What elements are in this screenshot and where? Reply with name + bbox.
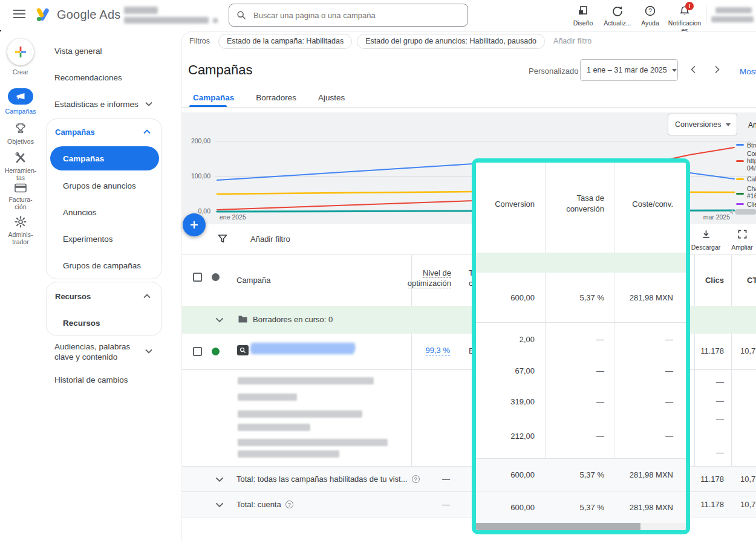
- tab-ajustes[interactable]: Ajustes: [318, 93, 345, 102]
- overlay-sub2-tasa: —: [550, 366, 604, 375]
- redacted-campaign-name[interactable]: [251, 343, 355, 351]
- total-account-opt: —: [385, 500, 450, 509]
- chevron-down-icon[interactable]: [145, 102, 152, 106]
- tools-icon[interactable]: [14, 151, 27, 164]
- plus-icon: [14, 45, 27, 59]
- overlay-hscrollbar-thumb[interactable]: [476, 523, 640, 530]
- overlay-col-conversion[interactable]: Conversion: [481, 196, 535, 211]
- legend-label-4b: #16: [747, 192, 756, 199]
- action-actualizar[interactable]: Actualiz...: [601, 4, 634, 30]
- legend-scroll-arrow-icon[interactable]: [729, 210, 733, 215]
- dragged-columns-overlay[interactable]: Conversion Tasa de conversión Coste/conv…: [472, 158, 690, 534]
- global-search[interactable]: [229, 4, 468, 27]
- legend-swatch-2: [736, 160, 744, 162]
- prev-period-button[interactable]: [689, 65, 699, 74]
- overlay-col-tasa[interactable]: Tasa de conversión: [550, 193, 604, 215]
- overlay-drafts-band: [476, 253, 686, 273]
- add-filter-link[interactable]: Añadir filtro: [553, 37, 591, 45]
- legend-scrollbar[interactable]: [735, 209, 756, 215]
- expand-button[interactable]: Ampliar: [725, 229, 756, 251]
- overlay-hscrollbar-track[interactable]: [476, 523, 686, 530]
- metric-selector[interactable]: Conversiones: [668, 114, 737, 135]
- chevron-down-icon[interactable]: [215, 317, 224, 323]
- nav-item-recomendaciones[interactable]: Recomendaciones: [54, 71, 122, 83]
- redacted-account-dot: [213, 18, 218, 23]
- show-link[interactable]: Mostrar: [740, 67, 756, 76]
- nav-section-campanas[interactable]: Campañas: [55, 126, 95, 138]
- overlay-sub4-conversion: 212,00: [481, 432, 535, 441]
- campaign-ctr: 10,77: [740, 346, 756, 355]
- legend-label-4a: Cha: [747, 185, 756, 192]
- legend-swatch-3: [736, 178, 744, 180]
- col-campaign[interactable]: Campaña: [236, 276, 270, 285]
- page-title: Campañas: [188, 62, 252, 78]
- search-campaign-badge-icon: [237, 345, 249, 355]
- opt-level-value[interactable]: 99,3 %: [385, 346, 450, 355]
- total-account-label: Total: cuenta?: [236, 500, 293, 509]
- redacted-conv-action-5b: [238, 450, 339, 458]
- chevron-down-icon[interactable]: [145, 349, 152, 354]
- download-button[interactable]: Descargar: [689, 229, 723, 251]
- chevron-down-icon[interactable]: [215, 477, 224, 482]
- chevron-down-icon[interactable]: [215, 502, 224, 508]
- nav-item-audiencias[interactable]: Audiencias, palabras clave y contenido: [54, 342, 150, 362]
- chevron-up-icon[interactable]: [143, 294, 151, 299]
- rail-label-objetivos: Objetivos: [0, 138, 41, 145]
- col-ctr[interactable]: CT: [747, 276, 756, 285]
- select-all-checkbox[interactable]: [193, 273, 202, 282]
- chevron-up-icon[interactable]: [143, 129, 151, 134]
- drafts-row-label: Borradores en curso: 0: [253, 315, 333, 324]
- nav-item-campanas-active[interactable]: Campañas: [50, 146, 159, 170]
- redacted-conv-action-5a: [238, 439, 388, 446]
- date-range-selector[interactable]: 1 ene – 31 mar de 2025: [580, 59, 678, 81]
- overlay-sub1-conversion: 2,00: [481, 335, 535, 344]
- filter-chip-adgroup-state[interactable]: Estado del grupo de anuncios: Habilitado…: [357, 34, 545, 49]
- action-diseno[interactable]: Diseño: [567, 4, 599, 30]
- help-icon[interactable]: ?: [285, 501, 293, 508]
- create-button[interactable]: [7, 39, 34, 65]
- nav-section-recursos[interactable]: Recursos: [55, 290, 91, 302]
- overlay-main-coste: 281,98 MXN: [620, 293, 673, 302]
- nav-item-estadisticas[interactable]: Estadisticas e informes: [54, 98, 138, 110]
- nav-item-anuncios[interactable]: Anuncios: [63, 206, 97, 218]
- nav-item-grupos-campanas[interactable]: Grupos de campañas: [63, 259, 141, 271]
- overlay-main-conversion: 600,00: [481, 293, 535, 302]
- design-icon: [577, 5, 589, 17]
- table-filter-icon[interactable]: [217, 233, 228, 244]
- nav-item-recursos[interactable]: Recursos: [63, 317, 100, 329]
- tab-borradores[interactable]: Borradores: [256, 93, 296, 102]
- rail-item-campanas[interactable]: [8, 88, 33, 105]
- megaphone-icon: [16, 92, 25, 100]
- row-checkbox[interactable]: [193, 347, 202, 356]
- overlay-total2-coste: 281,98 MXN: [620, 503, 673, 512]
- redacted-account-name: [124, 7, 158, 14]
- trophy-icon[interactable]: [14, 122, 27, 135]
- action-notificaciones[interactable]: ! Notificacion es: [667, 4, 702, 30]
- status-dot-header[interactable]: [212, 273, 220, 281]
- col-opt-level[interactable]: Nivel de optimización: [382, 268, 451, 288]
- search-input[interactable]: [252, 10, 460, 21]
- overlay-total2-tasa: 5,37 %: [550, 503, 604, 512]
- tab-campanas[interactable]: Campañas: [193, 93, 234, 102]
- nav-item-experimentos[interactable]: Experimentos: [63, 233, 113, 245]
- action-ayuda[interactable]: ? Ayuda: [636, 4, 665, 30]
- help-icon: ?: [644, 5, 656, 17]
- add-fab-button[interactable]: [183, 213, 206, 236]
- rail-label-herramientas: Herramien- tas: [0, 167, 41, 181]
- tab-bar: Campañas Borradores Ajustes: [193, 90, 345, 105]
- legend-swatch-5: [736, 203, 744, 205]
- rail-label-administrador: Adminis- trador: [0, 231, 41, 245]
- overlay-col-coste[interactable]: Coste/conv.: [620, 196, 673, 211]
- filter-chip-campaign-state[interactable]: Estado de la campaña: Habilitadas: [218, 34, 352, 49]
- nav-item-historial[interactable]: Historial de cambios: [54, 374, 128, 386]
- plus-icon: [189, 219, 200, 230]
- table-add-filter[interactable]: Añadir filtro: [250, 235, 290, 244]
- next-period-button[interactable]: [712, 65, 722, 74]
- redacted-account-id: [124, 17, 209, 24]
- nav-item-vista-general[interactable]: Vista general: [54, 45, 102, 57]
- nav-item-grupos-anuncios[interactable]: Grupos de anuncios: [63, 180, 136, 192]
- menu-icon[interactable]: [13, 10, 25, 18]
- gear-icon[interactable]: [14, 215, 27, 228]
- billing-card-icon[interactable]: [14, 183, 27, 193]
- redacted-user-account: [711, 16, 754, 22]
